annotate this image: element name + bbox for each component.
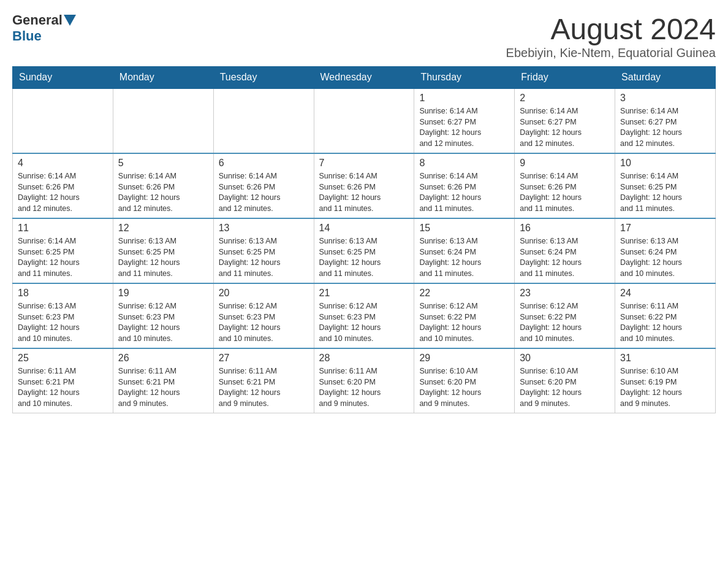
calendar-cell: 11Sunrise: 6:14 AM Sunset: 6:25 PM Dayli… bbox=[13, 218, 113, 283]
calendar-cell: 6Sunrise: 6:14 AM Sunset: 6:26 PM Daylig… bbox=[213, 153, 314, 218]
day-info: Sunrise: 6:12 AM Sunset: 6:23 PM Dayligh… bbox=[319, 301, 409, 344]
day-number: 15 bbox=[419, 223, 509, 234]
weekday-header-wednesday: Wednesday bbox=[314, 67, 414, 89]
day-number: 16 bbox=[520, 223, 610, 234]
location-subtitle: Ebebiyin, Kie-Ntem, Equatorial Guinea bbox=[506, 46, 716, 60]
day-number: 17 bbox=[620, 223, 710, 234]
day-info: Sunrise: 6:12 AM Sunset: 6:23 PM Dayligh… bbox=[219, 301, 309, 344]
day-info: Sunrise: 6:14 AM Sunset: 6:26 PM Dayligh… bbox=[419, 171, 509, 214]
calendar-cell: 30Sunrise: 6:10 AM Sunset: 6:20 PM Dayli… bbox=[515, 348, 615, 413]
day-info: Sunrise: 6:13 AM Sunset: 6:23 PM Dayligh… bbox=[18, 301, 108, 344]
calendar-cell: 29Sunrise: 6:10 AM Sunset: 6:20 PM Dayli… bbox=[414, 348, 515, 413]
calendar-cell: 17Sunrise: 6:13 AM Sunset: 6:24 PM Dayli… bbox=[615, 218, 716, 283]
logo: General Blue bbox=[12, 12, 77, 44]
day-info: Sunrise: 6:14 AM Sunset: 6:26 PM Dayligh… bbox=[520, 171, 610, 214]
calendar-cell: 9Sunrise: 6:14 AM Sunset: 6:26 PM Daylig… bbox=[515, 153, 615, 218]
day-info: Sunrise: 6:11 AM Sunset: 6:21 PM Dayligh… bbox=[118, 366, 208, 409]
day-number: 10 bbox=[620, 158, 710, 169]
day-info: Sunrise: 6:13 AM Sunset: 6:24 PM Dayligh… bbox=[620, 236, 710, 279]
day-info: Sunrise: 6:12 AM Sunset: 6:22 PM Dayligh… bbox=[520, 301, 610, 344]
day-info: Sunrise: 6:13 AM Sunset: 6:25 PM Dayligh… bbox=[219, 236, 309, 279]
calendar-cell: 25Sunrise: 6:11 AM Sunset: 6:21 PM Dayli… bbox=[13, 348, 113, 413]
day-info: Sunrise: 6:11 AM Sunset: 6:21 PM Dayligh… bbox=[219, 366, 309, 409]
calendar-header: SundayMondayTuesdayWednesdayThursdayFrid… bbox=[13, 67, 716, 89]
day-number: 3 bbox=[620, 93, 710, 104]
calendar-cell: 27Sunrise: 6:11 AM Sunset: 6:21 PM Dayli… bbox=[213, 348, 314, 413]
day-info: Sunrise: 6:12 AM Sunset: 6:23 PM Dayligh… bbox=[118, 301, 208, 344]
calendar-week-row: 4Sunrise: 6:14 AM Sunset: 6:26 PM Daylig… bbox=[13, 153, 716, 218]
day-info: Sunrise: 6:13 AM Sunset: 6:25 PM Dayligh… bbox=[319, 236, 409, 279]
day-number: 28 bbox=[319, 353, 409, 364]
weekday-header-saturday: Saturday bbox=[615, 67, 716, 89]
calendar-cell: 2Sunrise: 6:14 AM Sunset: 6:27 PM Daylig… bbox=[515, 88, 615, 153]
day-info: Sunrise: 6:10 AM Sunset: 6:20 PM Dayligh… bbox=[520, 366, 610, 409]
day-number: 5 bbox=[118, 158, 208, 169]
calendar-cell: 31Sunrise: 6:10 AM Sunset: 6:19 PM Dayli… bbox=[615, 348, 716, 413]
day-info: Sunrise: 6:11 AM Sunset: 6:22 PM Dayligh… bbox=[620, 301, 710, 344]
day-number: 6 bbox=[219, 158, 309, 169]
day-info: Sunrise: 6:14 AM Sunset: 6:27 PM Dayligh… bbox=[620, 106, 710, 149]
day-number: 19 bbox=[118, 288, 208, 299]
day-info: Sunrise: 6:11 AM Sunset: 6:21 PM Dayligh… bbox=[18, 366, 108, 409]
day-number: 1 bbox=[419, 93, 509, 104]
calendar-body: 1Sunrise: 6:14 AM Sunset: 6:27 PM Daylig… bbox=[13, 88, 716, 413]
day-info: Sunrise: 6:14 AM Sunset: 6:26 PM Dayligh… bbox=[18, 171, 108, 214]
calendar-cell: 26Sunrise: 6:11 AM Sunset: 6:21 PM Dayli… bbox=[113, 348, 213, 413]
weekday-header-row: SundayMondayTuesdayWednesdayThursdayFrid… bbox=[13, 67, 716, 89]
weekday-header-monday: Monday bbox=[113, 67, 213, 89]
calendar-cell: 28Sunrise: 6:11 AM Sunset: 6:20 PM Dayli… bbox=[314, 348, 414, 413]
day-number: 30 bbox=[520, 353, 610, 364]
calendar-cell: 23Sunrise: 6:12 AM Sunset: 6:22 PM Dayli… bbox=[515, 283, 615, 348]
month-year-title: August 2024 bbox=[506, 12, 716, 46]
day-number: 9 bbox=[520, 158, 610, 169]
day-number: 11 bbox=[18, 223, 108, 234]
day-number: 13 bbox=[219, 223, 309, 234]
calendar-cell: 21Sunrise: 6:12 AM Sunset: 6:23 PM Dayli… bbox=[314, 283, 414, 348]
calendar-week-row: 11Sunrise: 6:14 AM Sunset: 6:25 PM Dayli… bbox=[13, 218, 716, 283]
calendar-cell bbox=[213, 88, 314, 153]
logo-arrow-icon bbox=[64, 15, 76, 26]
calendar-cell: 12Sunrise: 6:13 AM Sunset: 6:25 PM Dayli… bbox=[113, 218, 213, 283]
day-info: Sunrise: 6:14 AM Sunset: 6:26 PM Dayligh… bbox=[319, 171, 409, 214]
day-info: Sunrise: 6:14 AM Sunset: 6:26 PM Dayligh… bbox=[118, 171, 208, 214]
calendar-cell bbox=[113, 88, 213, 153]
day-number: 29 bbox=[419, 353, 509, 364]
day-info: Sunrise: 6:10 AM Sunset: 6:20 PM Dayligh… bbox=[419, 366, 509, 409]
day-number: 18 bbox=[18, 288, 108, 299]
day-number: 2 bbox=[520, 93, 610, 104]
day-number: 23 bbox=[520, 288, 610, 299]
day-number: 7 bbox=[319, 158, 409, 169]
day-number: 31 bbox=[620, 353, 710, 364]
calendar-cell: 20Sunrise: 6:12 AM Sunset: 6:23 PM Dayli… bbox=[213, 283, 314, 348]
day-number: 4 bbox=[18, 158, 108, 169]
calendar-cell bbox=[13, 88, 113, 153]
calendar-cell: 7Sunrise: 6:14 AM Sunset: 6:26 PM Daylig… bbox=[314, 153, 414, 218]
day-info: Sunrise: 6:13 AM Sunset: 6:25 PM Dayligh… bbox=[118, 236, 208, 279]
calendar-cell: 10Sunrise: 6:14 AM Sunset: 6:25 PM Dayli… bbox=[615, 153, 716, 218]
calendar-cell: 16Sunrise: 6:13 AM Sunset: 6:24 PM Dayli… bbox=[515, 218, 615, 283]
logo-blue-text: Blue bbox=[12, 28, 42, 44]
calendar-cell: 15Sunrise: 6:13 AM Sunset: 6:24 PM Dayli… bbox=[414, 218, 515, 283]
calendar-week-row: 1Sunrise: 6:14 AM Sunset: 6:27 PM Daylig… bbox=[13, 88, 716, 153]
day-number: 24 bbox=[620, 288, 710, 299]
logo-general-text: General bbox=[12, 12, 63, 28]
weekday-header-thursday: Thursday bbox=[414, 67, 515, 89]
day-info: Sunrise: 6:14 AM Sunset: 6:25 PM Dayligh… bbox=[620, 171, 710, 214]
page-header: General Blue August 2024 Ebebiyin, Kie-N… bbox=[12, 12, 716, 60]
day-number: 25 bbox=[18, 353, 108, 364]
calendar-cell: 24Sunrise: 6:11 AM Sunset: 6:22 PM Dayli… bbox=[615, 283, 716, 348]
day-number: 27 bbox=[219, 353, 309, 364]
weekday-header-tuesday: Tuesday bbox=[213, 67, 314, 89]
day-info: Sunrise: 6:14 AM Sunset: 6:25 PM Dayligh… bbox=[18, 236, 108, 279]
day-number: 26 bbox=[118, 353, 208, 364]
day-info: Sunrise: 6:14 AM Sunset: 6:27 PM Dayligh… bbox=[520, 106, 610, 149]
day-info: Sunrise: 6:12 AM Sunset: 6:22 PM Dayligh… bbox=[419, 301, 509, 344]
day-number: 8 bbox=[419, 158, 509, 169]
calendar-cell: 18Sunrise: 6:13 AM Sunset: 6:23 PM Dayli… bbox=[13, 283, 113, 348]
calendar-cell: 1Sunrise: 6:14 AM Sunset: 6:27 PM Daylig… bbox=[414, 88, 515, 153]
calendar-cell: 4Sunrise: 6:14 AM Sunset: 6:26 PM Daylig… bbox=[13, 153, 113, 218]
weekday-header-sunday: Sunday bbox=[13, 67, 113, 89]
calendar-cell: 14Sunrise: 6:13 AM Sunset: 6:25 PM Dayli… bbox=[314, 218, 414, 283]
calendar-cell: 19Sunrise: 6:12 AM Sunset: 6:23 PM Dayli… bbox=[113, 283, 213, 348]
day-number: 21 bbox=[319, 288, 409, 299]
